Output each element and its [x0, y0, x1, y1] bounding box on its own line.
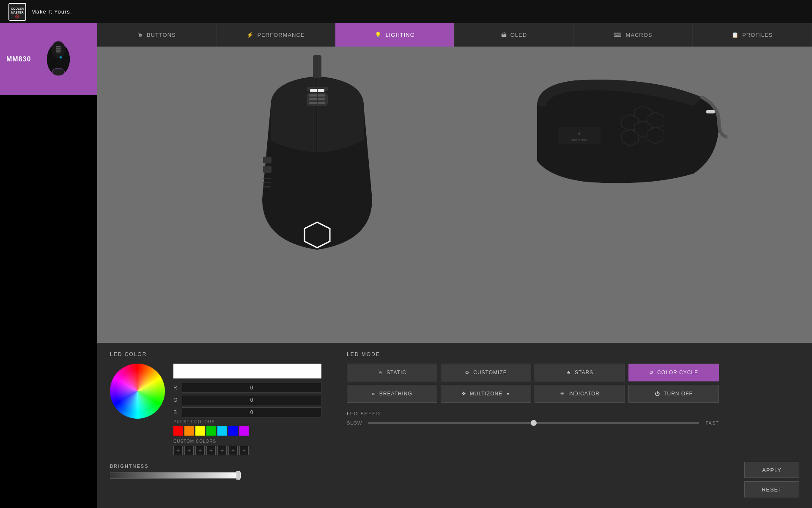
static-label: STATIC — [387, 370, 406, 375]
coolermaster-logo: COOLER MASTER — [8, 3, 26, 21]
led-speed-label: LED SPEED — [347, 411, 719, 416]
device-card[interactable]: MM830 — [0, 23, 97, 95]
device-thumbnail — [37, 38, 80, 80]
speed-thumb[interactable] — [531, 420, 537, 426]
speed-track[interactable] — [368, 422, 699, 424]
tab-profiles[interactable]: 📋 PROFILES — [693, 23, 812, 47]
g-row: G — [173, 395, 321, 405]
breathing-label: BREATHING — [379, 391, 412, 397]
preset-colors — [173, 426, 321, 436]
svg-rect-33 — [558, 127, 601, 144]
performance-icon: ⚡ — [247, 32, 254, 38]
turn-off-icon: ⏻ — [655, 391, 660, 397]
b-input[interactable] — [182, 407, 321, 417]
custom-color-slots: + + + + + + + — [173, 446, 321, 455]
tab-macros-label: MACROS — [625, 32, 652, 38]
svg-rect-36 — [706, 110, 715, 113]
custom-colors-label: CUSTOM COLORS — [173, 439, 321, 444]
tab-performance[interactable]: ⚡ PERFORMANCE — [217, 23, 336, 47]
fast-label: FAST — [705, 420, 719, 425]
custom-slot-4[interactable]: + — [206, 446, 216, 455]
color-preview-bar — [173, 364, 321, 378]
apply-button[interactable]: APPLY — [744, 462, 799, 478]
brightness-section: BRIGHTNESS — [110, 464, 321, 479]
led-mode-section: LED MODE 🖱 STATIC ⚙ CUSTOMIZE ★ STARS — [347, 351, 719, 500]
tab-macros[interactable]: ⌨ MACROS — [574, 23, 693, 47]
tab-buttons[interactable]: 🖱 BUTTONS — [97, 23, 217, 47]
tab-lighting[interactable]: 💡 LIGHTING — [335, 23, 455, 47]
mouse-front-view — [245, 55, 389, 258]
led-speed-section: LED SPEED SLOW FAST — [347, 411, 719, 425]
mode-stars[interactable]: ★ STARS — [535, 364, 625, 381]
preset-blue[interactable] — [228, 426, 238, 436]
sidebar: MM830 — [0, 23, 97, 508]
customize-label: CUSTOMIZE — [473, 370, 507, 375]
led-mode-label: LED MODE — [347, 351, 719, 357]
brand-tagline: Make It Yours. — [31, 8, 72, 15]
brightness-slider[interactable] — [110, 472, 241, 479]
brightness-thumb[interactable] — [236, 471, 240, 480]
tab-oled-label: OLED — [510, 32, 527, 38]
logo-area: COOLER MASTER Make It Yours. — [8, 3, 72, 21]
tab-buttons-label: BUTTONS — [147, 32, 176, 38]
preset-yellow[interactable] — [195, 426, 205, 436]
svg-point-12 — [60, 56, 62, 58]
mode-breathing[interactable]: ∞ BREATHING — [347, 385, 437, 403]
mode-turn-off[interactable]: ⏻ TURN OFF — [628, 385, 719, 403]
svg-rect-26 — [263, 186, 271, 188]
preset-red[interactable] — [173, 426, 183, 436]
custom-slot-7[interactable]: + — [239, 446, 249, 455]
color-wheel-container[interactable] — [110, 364, 165, 419]
svg-rect-8 — [56, 46, 61, 47]
preset-green[interactable] — [206, 426, 216, 436]
preset-purple[interactable] — [239, 426, 249, 436]
macros-icon: ⌨ — [614, 32, 622, 38]
preset-colors-label: PRESET COLORS — [173, 420, 321, 424]
reset-button[interactable]: RESET — [744, 481, 799, 497]
brightness-label: BRIGHTNESS — [110, 464, 321, 469]
b-label: B — [173, 409, 178, 415]
tab-lighting-label: LIGHTING — [385, 32, 414, 38]
svg-text:MASTER: MASTER — [11, 11, 24, 14]
g-input[interactable] — [182, 395, 321, 405]
svg-text:⊙: ⊙ — [578, 132, 581, 135]
tab-performance-label: PERFORMANCE — [257, 32, 304, 38]
custom-slot-5[interactable]: + — [217, 446, 227, 455]
buttons-icon: 🖱 — [137, 32, 143, 38]
custom-slot-3[interactable]: + — [195, 446, 205, 455]
svg-marker-21 — [304, 222, 330, 248]
svg-rect-9 — [56, 48, 61, 50]
multizone-dropdown-icon: ▼ — [506, 392, 510, 396]
r-input[interactable] — [182, 383, 321, 393]
g-label: G — [173, 397, 178, 403]
tab-bar: 🖱 BUTTONS ⚡ PERFORMANCE 💡 LIGHTING 🏔 OLE… — [97, 23, 812, 47]
preset-cyan[interactable] — [217, 426, 227, 436]
custom-slot-1[interactable]: + — [173, 446, 183, 455]
profiles-icon: 📋 — [732, 32, 739, 38]
mode-static[interactable]: 🖱 STATIC — [347, 364, 437, 381]
header: COOLER MASTER Make It Yours. — [0, 0, 812, 23]
led-color-section: LED COLOR R G — [110, 351, 321, 500]
color-cycle-label: COLOR CYCLE — [657, 370, 698, 375]
action-buttons: APPLY RESET — [744, 351, 799, 500]
mouse-side-view: ⊙ Make It Yours. — [524, 72, 727, 199]
tab-oled[interactable]: 🏔 OLED — [455, 23, 574, 47]
mode-color-cycle[interactable]: ↺ COLOR CYCLE — [628, 364, 719, 381]
mode-multizone[interactable]: ❖ MULTIZONE ▼ — [441, 385, 531, 403]
multizone-label: MULTIZONE — [470, 391, 502, 397]
preset-orange[interactable] — [184, 426, 194, 436]
color-controls: R G B PRESET COLORS — [173, 364, 321, 455]
turn-off-label: TURN OFF — [664, 391, 693, 397]
custom-slot-6[interactable]: + — [228, 446, 238, 455]
mode-customize[interactable]: ⚙ CUSTOMIZE — [441, 364, 531, 381]
customize-icon: ⚙ — [465, 370, 470, 375]
speed-slider-container: SLOW FAST — [347, 420, 719, 425]
color-wheel[interactable] — [110, 364, 165, 419]
custom-slot-2[interactable]: + — [184, 446, 194, 455]
svg-text:Make It Yours.: Make It Yours. — [571, 138, 587, 141]
svg-rect-10 — [56, 50, 61, 52]
mode-indicator[interactable]: ☀ INDICATOR — [535, 385, 625, 403]
content-area: 🖱 BUTTONS ⚡ PERFORMANCE 💡 LIGHTING 🏔 OLE… — [97, 23, 812, 508]
b-row: B — [173, 407, 321, 417]
stars-label: STARS — [575, 370, 593, 375]
